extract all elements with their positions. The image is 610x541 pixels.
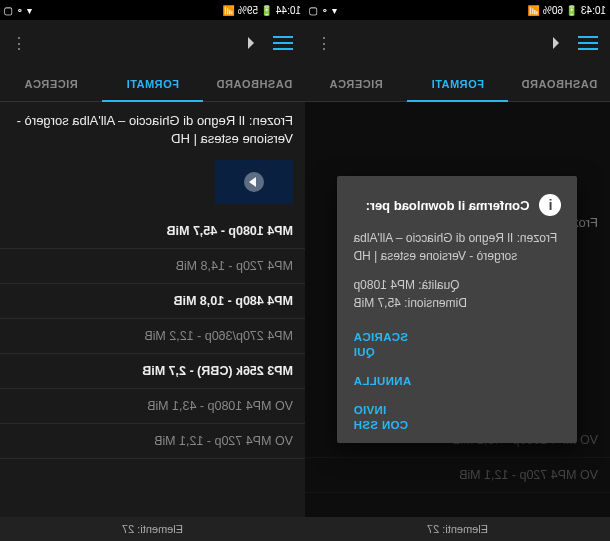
battery-pct: 59% — [238, 5, 258, 16]
format-label: MP4 720p - 14,8 MiB — [176, 259, 293, 273]
tab-label: DASHBOARD — [521, 78, 597, 90]
hamburger-icon[interactable] — [269, 29, 297, 57]
format-label: MP3 256k (CBR) - 2,7 MiB — [142, 364, 293, 378]
footer-bar: Elementi: 27 — [305, 517, 610, 541]
wifi-icon: 📶 — [528, 5, 540, 16]
dialog-overlay: i Conferma il download per: Frozen: Il R… — [305, 102, 610, 517]
tab-label: FORMATI — [431, 78, 484, 90]
bt-icon: ⚬ — [321, 5, 329, 16]
footer-bar: Elementi: 27 — [0, 517, 305, 541]
confirm-dialog: i Conferma il download per: Frozen: Il R… — [338, 176, 578, 442]
dialog-actions: SCARICA QUI ANNULLA INVIO CON SSH — [354, 330, 562, 433]
format-label: MP4 480p - 10,8 MiB — [174, 294, 294, 308]
hamburger-icon[interactable] — [574, 29, 602, 57]
wifi-icon: 📶 — [223, 5, 235, 16]
tab-label: DASHBOARD — [216, 78, 292, 90]
back-button[interactable] — [542, 29, 570, 57]
dialog-video-title: Frozen: Il Regno di Ghiaccio – All'Alba … — [354, 230, 562, 265]
cancel-button[interactable]: ANNULLA — [354, 374, 412, 389]
format-row[interactable]: MP4 270p/360p - 12,2 MiB — [0, 319, 305, 354]
format-row[interactable]: MP4 480p - 10,8 MiB — [0, 284, 305, 319]
tab-label: RICERCA — [24, 78, 78, 90]
dialog-header: i Conferma il download per: — [354, 194, 562, 216]
format-row[interactable]: VO MP4 720p - 12,1 MiB — [0, 424, 305, 459]
overflow-menu[interactable]: ⋮ — [8, 29, 30, 57]
back-button[interactable] — [237, 29, 265, 57]
element-count: Elementi: 27 — [427, 523, 488, 535]
content-area: Frozen: Il Regno di Ghiaccio – All'Alba … — [305, 102, 610, 517]
status-right: ▾ ⚬ ▢ — [4, 5, 32, 16]
element-count: Elementi: 27 — [122, 523, 183, 535]
status-left: 10:43 🔋 60% 📶 — [528, 5, 606, 16]
format-label: MP4 270p/360p - 12,2 MiB — [144, 329, 293, 343]
format-row[interactable]: VO MP4 1080p - 43,1 MiB — [0, 389, 305, 424]
status-bar: 10:43 🔋 60% 📶 ▾ ⚬ ▢ — [305, 0, 610, 20]
signal-icon: ▾ — [332, 5, 337, 16]
status-left: 10:44 🔋 59% 📶 — [223, 5, 301, 16]
app-bar: ⋮ — [0, 20, 305, 66]
format-label: MP4 1080p - 45,7 MiB — [167, 224, 293, 238]
battery-icon: 🔋 — [261, 5, 273, 16]
video-title: Frozen: Il Regno di Ghiaccio – All'Alba … — [0, 102, 305, 156]
battery-icon: 🔋 — [566, 5, 578, 16]
tab-ricerca[interactable]: RICERCA — [305, 66, 407, 101]
screen-right: 10:44 🔋 59% 📶 ▾ ⚬ ▢ ⋮ DASHBOARD FORMATI … — [0, 0, 305, 541]
dialog-body: Frozen: Il Regno di Ghiaccio – All'Alba … — [354, 230, 562, 312]
status-right: ▾ ⚬ ▢ — [309, 5, 337, 16]
dialog-size: Dimensioni: 45,7 MiB — [354, 295, 562, 312]
battery-pct: 60% — [543, 5, 563, 16]
dialog-meta: Qualità: MP4 1080p Dimensioni: 45,7 MiB — [354, 277, 562, 312]
ssh-button[interactable]: INVIO CON SSH — [354, 403, 409, 433]
format-label: VO MP4 720p - 12,1 MiB — [154, 434, 293, 448]
tabs: DASHBOARD FORMATI RICERCA — [305, 66, 610, 102]
info-icon: i — [540, 194, 562, 216]
time: 10:43 — [581, 5, 606, 16]
nfc-icon: ▢ — [309, 5, 318, 16]
app-bar: ⋮ — [305, 20, 610, 66]
tab-label: RICERCA — [329, 78, 383, 90]
content-area: Frozen: Il Regno di Ghiaccio – All'Alba … — [0, 102, 305, 517]
tabs: DASHBOARD FORMATI RICERCA — [0, 66, 305, 102]
tab-label: FORMATI — [126, 78, 179, 90]
format-row[interactable]: MP4 1080p - 45,7 MiB — [0, 214, 305, 249]
status-bar: 10:44 🔋 59% 📶 ▾ ⚬ ▢ — [0, 0, 305, 20]
dialog-quality: Qualità: MP4 1080p — [354, 277, 562, 294]
bt-icon: ⚬ — [16, 5, 24, 16]
nfc-icon: ▢ — [4, 5, 13, 16]
signal-icon: ▾ — [27, 5, 32, 16]
video-thumbnail[interactable] — [215, 160, 293, 204]
format-row[interactable]: MP3 256k (CBR) - 2,7 MiB — [0, 354, 305, 389]
play-icon — [244, 172, 264, 192]
format-label: VO MP4 1080p - 43,1 MiB — [147, 399, 293, 413]
dialog-title: Conferma il download per: — [366, 198, 530, 213]
screen-left: 10:43 🔋 60% 📶 ▾ ⚬ ▢ ⋮ DASHBOARD FORMATI … — [305, 0, 610, 541]
download-button[interactable]: SCARICA QUI — [354, 330, 409, 360]
tab-dashboard[interactable]: DASHBOARD — [508, 66, 610, 101]
format-row[interactable]: MP4 720p - 14,8 MiB — [0, 249, 305, 284]
tab-ricerca[interactable]: RICERCA — [0, 66, 102, 101]
time: 10:44 — [276, 5, 301, 16]
thumbnail-row — [0, 156, 305, 214]
tab-dashboard[interactable]: DASHBOARD — [203, 66, 305, 101]
overflow-menu[interactable]: ⋮ — [313, 29, 335, 57]
tab-formati[interactable]: FORMATI — [407, 66, 509, 101]
tab-formati[interactable]: FORMATI — [102, 66, 204, 101]
